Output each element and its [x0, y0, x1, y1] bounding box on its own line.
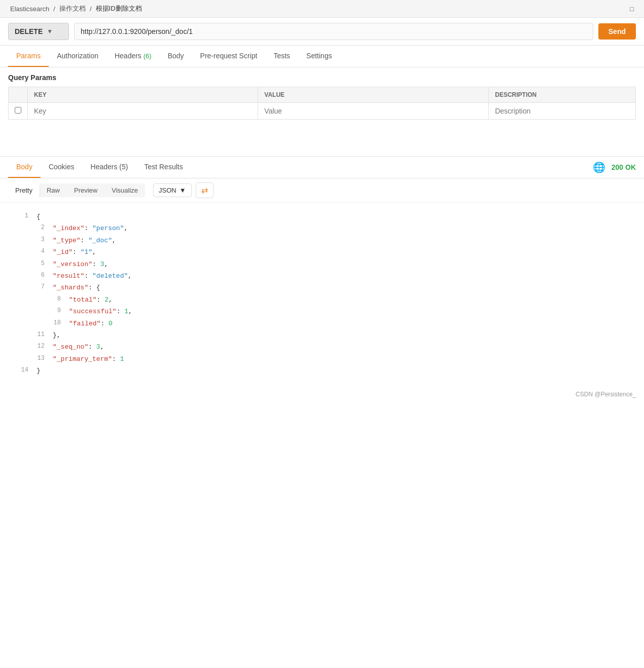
json-line-8: 8 "total": 2, [8, 294, 636, 306]
json-line-14: 14 } [8, 365, 636, 377]
json-format-select[interactable]: JSON ▼ [153, 183, 192, 197]
json-line-13: 13 "_primary_term": 1 [8, 353, 636, 365]
format-tab-raw[interactable]: Raw [40, 183, 67, 197]
spacer [0, 126, 644, 156]
request-tabs-container: Params Authorization Headers (6) Body Pr… [0, 46, 644, 67]
desc-input[interactable] [495, 107, 629, 115]
params-table: KEY VALUE DESCRIPTION [8, 87, 636, 120]
desc-cell[interactable] [489, 103, 636, 120]
json-line-9: 9 "successful": 1, [8, 306, 636, 317]
tab-authorization[interactable]: Authorization [49, 46, 106, 67]
breadcrumb: Elasticsearch / 操作文档 / 根据ID删除文档 □ [0, 0, 644, 18]
value-cell[interactable] [258, 103, 489, 120]
watermark-text: CSDN @Persistence_ [576, 391, 636, 398]
method-label: DELETE [15, 27, 43, 35]
tab-headers[interactable]: Headers (6) [106, 46, 160, 67]
breadcrumb-sep-2: / [90, 5, 92, 13]
request-tabs: Params Authorization Headers (6) Body Pr… [8, 46, 636, 67]
response-section: Body Cookies Headers (5) Test Results 🌐 … [0, 157, 644, 385]
method-dropdown[interactable]: DELETE ▼ [8, 23, 69, 40]
response-tabs: Body Cookies Headers (5) Test Results [8, 157, 191, 178]
table-row [9, 103, 636, 120]
tab-settings[interactable]: Settings [298, 46, 340, 67]
checkbox-input[interactable] [15, 107, 21, 114]
json-line-7: 7 "_shards": { [8, 282, 636, 293]
json-viewer: 1 { 2 "_index": "person", 3 "_type": "_d… [0, 203, 644, 385]
maximize-icon[interactable]: □ [630, 5, 634, 13]
key-cell[interactable] [28, 103, 258, 120]
response-status: 🌐 200 OK [593, 161, 636, 173]
format-tab-preview[interactable]: Preview [67, 183, 104, 197]
status-badge: 200 OK [612, 163, 636, 171]
json-line-1: 1 { [8, 211, 636, 222]
json-line-12: 12 "_seq_no": 3, [8, 341, 636, 353]
value-col-header: VALUE [258, 87, 489, 103]
json-line-5: 5 "_version": 3, [8, 258, 636, 270]
footer-watermark: CSDN @Persistence_ [0, 385, 644, 404]
query-params-section: Query Params KEY VALUE DESCRIPTION [0, 67, 644, 126]
json-line-3: 3 "_type": "_doc", [8, 235, 636, 246]
query-params-title: Query Params [8, 73, 636, 82]
desc-col-header: DESCRIPTION [489, 87, 636, 103]
format-tabs: Pretty Raw Preview Visualize [8, 183, 145, 197]
breadcrumb-sep-1: / [53, 5, 55, 13]
response-tab-body[interactable]: Body [8, 157, 41, 178]
format-tab-visualize[interactable]: Visualize [104, 183, 145, 197]
tab-body[interactable]: Body [160, 46, 192, 67]
json-line-2: 2 "_index": "person", [8, 222, 636, 234]
json-select-label: JSON [159, 187, 176, 194]
format-bar: Pretty Raw Preview Visualize JSON ▼ ⇄ [0, 178, 644, 203]
breadcrumb-item-2[interactable]: 操作文档 [59, 4, 86, 13]
checkbox-col-header [9, 87, 28, 103]
send-button[interactable]: Send [598, 23, 636, 40]
row-checkbox[interactable] [9, 103, 28, 120]
breadcrumb-item-1[interactable]: Elasticsearch [10, 5, 49, 13]
wrap-button[interactable]: ⇄ [196, 182, 213, 198]
format-tab-pretty[interactable]: Pretty [8, 183, 40, 197]
key-input[interactable] [34, 107, 252, 115]
request-bar: DELETE ▼ Send [0, 18, 644, 46]
response-tab-cookies[interactable]: Cookies [41, 157, 83, 178]
value-input[interactable] [264, 107, 482, 115]
url-input[interactable] [74, 23, 593, 40]
tab-params[interactable]: Params [8, 46, 49, 67]
chevron-down-icon: ▼ [47, 28, 53, 35]
chevron-down-icon: ▼ [180, 187, 186, 194]
breadcrumb-item-3: 根据ID删除文档 [96, 4, 142, 13]
response-tabs-bar: Body Cookies Headers (5) Test Results 🌐 … [0, 157, 644, 178]
tab-tests[interactable]: Tests [265, 46, 298, 67]
json-line-11: 11 }, [8, 329, 636, 341]
response-tab-headers[interactable]: Headers (5) [83, 157, 136, 178]
json-line-4: 4 "_id": "1", [8, 246, 636, 258]
response-tab-test-results[interactable]: Test Results [136, 157, 191, 178]
tab-pre-request[interactable]: Pre-request Script [192, 46, 266, 67]
globe-icon[interactable]: 🌐 [593, 161, 605, 173]
key-col-header: KEY [28, 87, 258, 103]
json-line-10: 10 "failed": 0 [8, 318, 636, 329]
json-line-6: 6 "result": "deleted", [8, 270, 636, 282]
